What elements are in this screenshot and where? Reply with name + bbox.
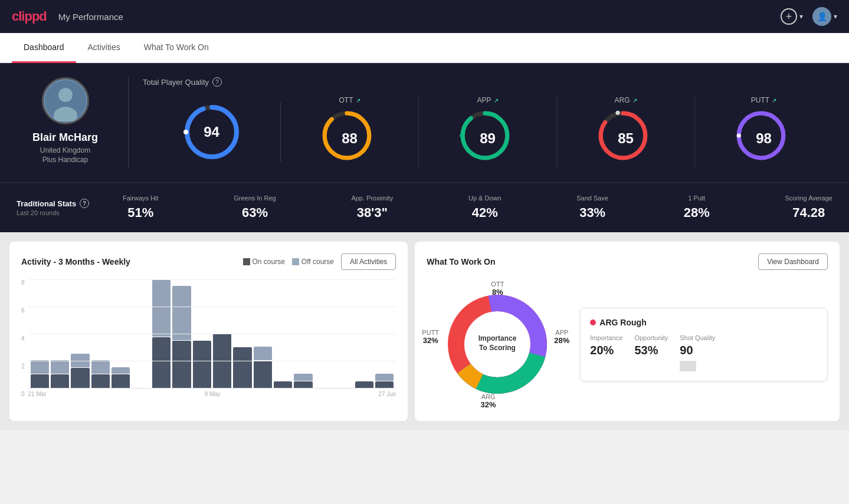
arg-score-item: ARG ↗ 85: [557, 96, 695, 168]
svg-point-5: [183, 130, 188, 134]
app-proximity-label: App. Proximity: [351, 195, 393, 202]
scoring-avg-value: 74.28: [792, 205, 825, 220]
activity-panel: Activity - 3 Months - Weekly On course O…: [9, 242, 408, 421]
up-down-label: Up & Down: [468, 195, 501, 202]
trad-info-icon[interactable]: ?: [80, 199, 89, 208]
donut-chart: Importance To Scoring OTT 8% APP 28% ARG…: [427, 279, 568, 409]
y-axis: 8 6 4 2 0: [21, 279, 28, 397]
trad-stats-title: Traditional Stats ?: [17, 199, 123, 208]
tab-dashboard[interactable]: Dashboard: [12, 33, 76, 63]
bars-area: 21 Mar 9 May 27 Jun: [28, 279, 396, 397]
svg-point-10: [459, 133, 463, 137]
arg-label: ARG ↗: [614, 96, 637, 104]
hero-stats: Total Player Quality ? 94 OTT ↗: [129, 77, 832, 168]
bars-container: [28, 279, 396, 388]
chart-legend: On course Off course: [243, 258, 335, 266]
profile-avatar: [42, 77, 89, 124]
hero-profile: Blair McHarg United Kingdom Plus Handica…: [17, 77, 129, 168]
fairways-hit-label: Fairways Hit: [123, 195, 159, 202]
arg-segment-label: ARG 32%: [481, 393, 496, 409]
fairways-hit-value: 51%: [127, 205, 153, 220]
app-trend-icon: ↗: [494, 97, 499, 104]
putt-segment-label: PUTT 32%: [422, 329, 439, 345]
header: clippd My Performance + ▾ 👤 ▾: [0, 0, 849, 33]
wtwo-panel-title: What To Work On: [427, 257, 495, 266]
ott-segment-label: OTT 8%: [491, 281, 504, 297]
nav-tabs: Dashboard Activities What To Work On: [0, 33, 849, 63]
putt-ring: 98: [735, 109, 794, 168]
profile-country: United Kingdom: [40, 146, 90, 154]
profile-name: Blair McHarg: [32, 131, 98, 144]
total-score-item: 94: [143, 103, 281, 162]
grid-line-4: [28, 361, 396, 388]
header-right: + ▾ 👤 ▾: [781, 7, 837, 26]
tab-activities[interactable]: Activities: [76, 33, 132, 63]
shot-quality-badge: [680, 361, 696, 371]
app-ring: 89: [458, 109, 517, 168]
scoring-avg-label: Scoring Average: [785, 195, 832, 202]
oncourse-dot: [243, 258, 250, 265]
stat-up-and-down: Up & Down 42%: [468, 195, 501, 220]
bar-chart: 8 6 4 2 0: [21, 279, 396, 397]
sand-save-value: 33%: [579, 205, 605, 220]
arg-trend-icon: ↗: [632, 97, 637, 104]
all-activities-button[interactable]: All Activities: [341, 253, 396, 270]
offcourse-dot: [292, 258, 299, 265]
sand-save-label: Sand Save: [576, 195, 608, 202]
ott-score-value: 88: [342, 130, 358, 147]
up-down-value: 42%: [472, 205, 498, 220]
svg-point-1: [58, 88, 73, 102]
app-score-item: APP ↗ 89: [419, 96, 557, 168]
wtwo-card: ARG Rough Importance 20% Opportunity 53%…: [580, 308, 828, 381]
arg-ring: 85: [596, 109, 655, 168]
stat-app-proximity: App. Proximity 38'3": [351, 195, 393, 220]
player-quality-header: Total Player Quality ?: [143, 77, 832, 87]
score-circles: 94 OTT ↗ 88 APP: [143, 96, 832, 168]
metric-shot-quality: Shot Quality 90: [680, 334, 715, 371]
x-axis: 21 Mar 9 May 27 Jun: [28, 388, 396, 397]
user-avatar-button[interactable]: 👤 ▾: [812, 7, 837, 26]
info-icon[interactable]: ?: [212, 77, 222, 87]
traditional-stats: Traditional Stats ? Last 20 rounds Fairw…: [0, 182, 849, 232]
stat-sand-save: Sand Save 33%: [576, 195, 608, 220]
logo: clippd: [12, 9, 47, 24]
total-score-value: 94: [204, 124, 219, 140]
chevron-down-icon: ▾: [799, 12, 803, 21]
header-title: My Performance: [58, 12, 123, 22]
legend-offcourse: Off course: [292, 258, 334, 266]
ott-label: OTT ↗: [339, 96, 360, 104]
activity-panel-title: Activity - 3 Months - Weekly: [21, 257, 130, 266]
wtwo-card-title: ARG Rough: [590, 318, 818, 327]
one-putt-value: 28%: [684, 205, 710, 220]
putt-score-item: PUTT ↗ 98: [695, 96, 832, 168]
greens-in-reg-value: 63%: [242, 205, 268, 220]
wtwo-card-metrics: Importance 20% Opportunity 53% Shot Qual…: [590, 334, 818, 371]
header-left: clippd My Performance: [12, 9, 123, 24]
card-dot-icon: [590, 319, 596, 325]
wtwo-panel-header: What To Work On View Dashboard: [427, 253, 828, 270]
total-ring: 94: [182, 103, 241, 162]
svg-text:To Scoring: To Scoring: [479, 344, 516, 352]
wtwo-card-container: ARG Rough Importance 20% Opportunity 53%…: [580, 308, 828, 381]
stat-scoring-avg: Scoring Average 74.28: [785, 195, 832, 220]
donut-svg: Importance To Scoring: [427, 279, 568, 409]
ott-trend-icon: ↗: [356, 97, 360, 104]
grid-lines: [28, 279, 396, 388]
activity-panel-header: Activity - 3 Months - Weekly On course O…: [21, 253, 396, 270]
avatar-chevron-icon: ▾: [834, 12, 837, 21]
svg-text:Importance: Importance: [478, 334, 517, 342]
ott-score-item: OTT ↗ 88: [281, 96, 419, 168]
grid-line-2: [28, 307, 396, 334]
putt-trend-icon: ↗: [772, 97, 776, 104]
app-proximity-value: 38'3": [357, 205, 388, 220]
legend-oncourse: On course: [243, 258, 285, 266]
view-dashboard-button[interactable]: View Dashboard: [758, 253, 828, 270]
grid-line-3: [28, 334, 396, 361]
avatar: 👤: [812, 7, 831, 26]
add-button[interactable]: + ▾: [781, 8, 803, 25]
logo-text[interactable]: clippd: [12, 9, 47, 24]
what-to-work-on-panel: What To Work On View Dashboard: [415, 242, 840, 421]
one-putt-label: 1 Putt: [688, 195, 705, 202]
tab-what-to-work-on[interactable]: What To Work On: [132, 33, 221, 63]
putt-score-value: 98: [756, 130, 772, 147]
